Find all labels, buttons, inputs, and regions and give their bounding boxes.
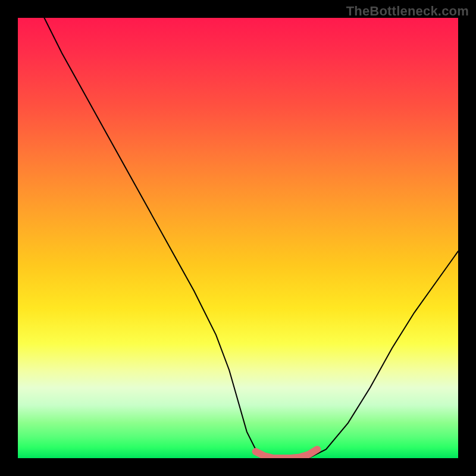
curve-layer [18,18,458,458]
watermark-text: TheBottleneck.com [346,4,469,19]
chart-frame: TheBottleneck.com [0,0,476,476]
plot-area [18,18,458,458]
optimal-range-path [256,449,318,458]
bottleneck-curve-path [44,18,458,458]
